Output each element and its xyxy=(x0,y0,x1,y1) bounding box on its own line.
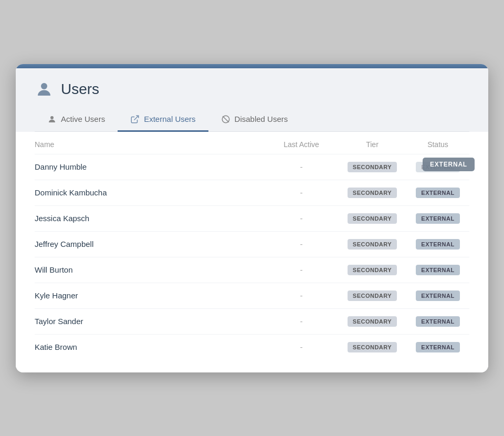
user-name: Jessica Kapsch xyxy=(35,214,265,223)
tab-external-users-label: External Users xyxy=(144,115,195,123)
table-row[interactable]: Jeffrey Campbell - SECONDARY EXTERNAL xyxy=(35,231,469,257)
status-badge: EXTERNAL xyxy=(416,265,459,275)
table-row[interactable]: Dominick Kambucha - SECONDARY EXTERNAL xyxy=(35,180,469,205)
last-active: - xyxy=(265,240,338,248)
app-window: Users Active Users External Users xyxy=(16,64,488,372)
last-active: - xyxy=(265,265,338,274)
status-badge: EXTERNAL xyxy=(416,239,459,250)
tab-disabled-users-label: Disabled Users xyxy=(235,115,288,123)
status-cell: EXTERNAL EXTERNAL xyxy=(406,162,469,172)
active-users-icon xyxy=(47,115,57,124)
tab-active-users[interactable]: Active Users xyxy=(35,108,118,132)
last-active: - xyxy=(265,162,338,171)
user-name: Danny Humble xyxy=(35,162,265,171)
tab-disabled-users[interactable]: Disabled Users xyxy=(208,108,301,132)
table-content: Name Last Active Tier Status Danny Humbl… xyxy=(16,132,488,372)
tier-badge: SECONDARY xyxy=(348,316,397,327)
status-badge: EXTERNAL xyxy=(416,162,459,172)
title-bar xyxy=(16,64,488,68)
status-badge: EXTERNAL xyxy=(416,188,459,198)
tier-cell: SECONDARY xyxy=(338,162,406,172)
tier-cell: SECONDARY xyxy=(338,213,406,224)
svg-point-1 xyxy=(50,116,54,119)
tier-badge: SECONDARY xyxy=(348,265,397,275)
table-row[interactable]: Kyle Hagner - SECONDARY EXTERNAL xyxy=(35,283,469,308)
tier-cell: SECONDARY xyxy=(338,265,406,275)
tier-cell: SECONDARY xyxy=(338,342,406,352)
status-badge: EXTERNAL xyxy=(416,213,459,224)
tier-badge: SECONDARY xyxy=(348,162,397,172)
last-active: - xyxy=(265,342,338,351)
header: Users Active Users External Users xyxy=(16,68,488,132)
table-row[interactable]: Taylor Sander - SECONDARY EXTERNAL xyxy=(35,308,469,334)
status-badge: EXTERNAL xyxy=(416,316,459,327)
tabs-bar: Active Users External Users Disabled Use… xyxy=(35,108,469,132)
table-row[interactable]: Jessica Kapsch - SECONDARY EXTERNAL xyxy=(35,205,469,231)
status-cell: EXTERNAL xyxy=(406,342,469,352)
tier-cell: SECONDARY xyxy=(338,188,406,198)
user-name: Will Burton xyxy=(35,265,265,274)
user-name: Jeffrey Campbell xyxy=(35,240,265,248)
status-cell: EXTERNAL xyxy=(406,316,469,327)
user-icon-large xyxy=(35,80,54,99)
tier-badge: SECONDARY xyxy=(348,342,397,352)
status-cell: EXTERNAL xyxy=(406,290,469,301)
tier-badge: SECONDARY xyxy=(348,290,397,301)
external-users-icon xyxy=(130,115,140,124)
col-tier: Tier xyxy=(338,140,406,149)
col-status: Status xyxy=(406,140,469,149)
tab-active-users-label: Active Users xyxy=(61,115,105,123)
tier-badge: SECONDARY xyxy=(348,213,397,224)
tier-badge: SECONDARY xyxy=(348,239,397,250)
status-badge: EXTERNAL xyxy=(416,342,459,352)
page-title: Users xyxy=(61,81,99,98)
tier-badge: SECONDARY xyxy=(348,188,397,198)
table-row[interactable]: Will Burton - SECONDARY EXTERNAL xyxy=(35,257,469,283)
tier-cell: SECONDARY xyxy=(338,316,406,327)
svg-line-2 xyxy=(134,116,139,120)
header-title-row: Users xyxy=(35,80,469,108)
last-active: - xyxy=(265,214,338,223)
table-row[interactable]: Katie Brown - SECONDARY EXTERNAL xyxy=(35,334,469,360)
tier-cell: SECONDARY xyxy=(338,290,406,301)
user-name: Dominick Kambucha xyxy=(35,188,265,197)
status-cell: EXTERNAL xyxy=(406,188,469,198)
last-active: - xyxy=(265,317,338,326)
svg-point-0 xyxy=(41,83,47,89)
last-active: - xyxy=(265,188,338,197)
status-cell: EXTERNAL xyxy=(406,265,469,275)
user-name: Kyle Hagner xyxy=(35,291,265,300)
table-header: Name Last Active Tier Status xyxy=(35,132,469,154)
status-badge: EXTERNAL xyxy=(416,290,459,301)
user-name: Taylor Sander xyxy=(35,317,265,326)
tab-external-users[interactable]: External Users xyxy=(118,108,208,132)
table-row[interactable]: Danny Humble - SECONDARY EXTERNAL EXTERN… xyxy=(35,154,469,180)
tier-cell: SECONDARY xyxy=(338,239,406,250)
last-active: - xyxy=(265,291,338,300)
svg-line-4 xyxy=(223,116,229,122)
user-name: Katie Brown xyxy=(35,342,265,351)
status-cell: EXTERNAL xyxy=(406,239,469,250)
col-name: Name xyxy=(35,140,265,149)
disabled-users-icon xyxy=(221,115,230,124)
col-last-active: Last Active xyxy=(265,140,338,149)
status-cell: EXTERNAL xyxy=(406,213,469,224)
